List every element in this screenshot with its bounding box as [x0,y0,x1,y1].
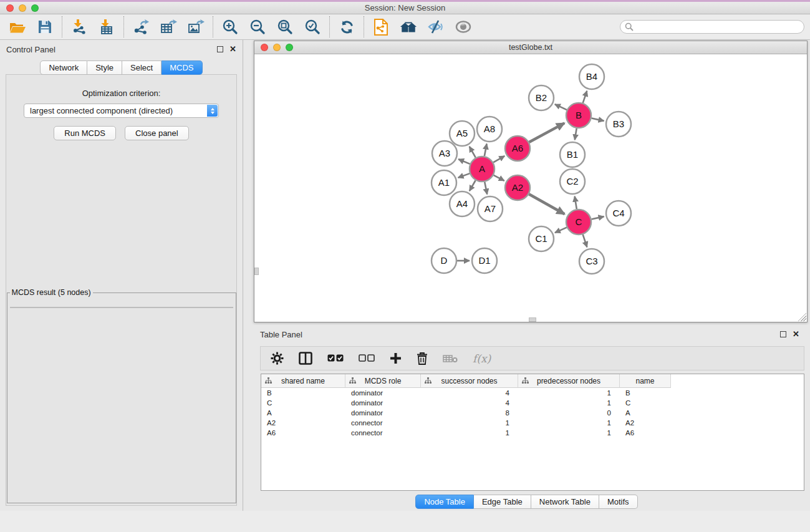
graph-node-A4[interactable]: A4 [450,191,475,216]
select-all-checkboxes-icon[interactable] [327,354,344,362]
network-resize-grip[interactable] [798,312,806,321]
table-row[interactable]: A2connector11A2 [261,418,804,428]
graph-node-B3[interactable]: B3 [606,112,631,137]
open-session-icon[interactable] [9,18,26,36]
delete-columns-icon[interactable] [417,352,428,365]
table-cell[interactable]: 1 [421,418,518,428]
graph-edge-A-A6[interactable] [493,156,504,162]
table-cell[interactable]: A2 [620,418,671,428]
table-cell[interactable]: C [261,398,345,408]
table-cell[interactable]: 4 [421,388,518,398]
table-cell[interactable]: 1 [518,418,620,428]
table-close-panel-icon[interactable]: ✕ [793,331,799,337]
save-session-icon[interactable] [36,18,54,36]
show-graphics-details-icon[interactable] [455,18,472,36]
table-cell[interactable]: 1 [421,428,518,438]
tab-style[interactable]: Style [87,60,122,75]
run-mcds-button[interactable]: Run MCDS [54,126,116,140]
zoom-selected-icon[interactable] [304,18,321,36]
graph-node-B[interactable]: B [566,103,591,128]
table-cell[interactable]: C [620,398,671,408]
float-panel-icon[interactable] [217,46,223,52]
graph-node-B2[interactable]: B2 [529,85,554,110]
close-panel-button[interactable]: Close panel [125,126,189,140]
table-cell[interactable]: A6 [261,428,345,438]
network-horizontal-scroll-thumb[interactable] [529,317,536,322]
table-cell[interactable]: 0 [518,408,620,418]
graph-edge-A6-B[interactable] [529,123,564,142]
table-cell[interactable]: 1 [518,398,620,408]
home-pages-icon[interactable] [400,18,417,36]
close-panel-icon[interactable]: ✕ [229,46,236,52]
graph-node-A8[interactable]: A8 [477,117,502,142]
table-row[interactable]: Bdominator41B [261,388,804,398]
column-header-name[interactable]: name [620,374,671,388]
table-cell[interactable]: A [261,408,345,418]
table-float-panel-icon[interactable] [780,331,786,337]
graph-node-B1[interactable]: B1 [560,142,585,167]
graph-edge-A-A4[interactable] [470,180,476,191]
table-cell[interactable]: dominator [345,388,421,398]
table-cell[interactable]: B [261,388,345,398]
graph-node-C[interactable]: C [566,210,591,235]
table-tab-motifs[interactable]: Motifs [599,495,638,509]
table-cell[interactable]: 1 [518,388,620,398]
table-cell[interactable]: dominator [345,408,421,418]
table-tab-network-table[interactable]: Network Table [531,495,599,509]
table-cell[interactable]: A2 [261,418,345,428]
mcds-result-item[interactable]: A2 [11,307,233,308]
table-tab-edge-table[interactable]: Edge Table [474,495,531,509]
network-window-titlebar[interactable]: testGlobe.txt [254,41,807,54]
tab-network[interactable]: Network [40,60,87,75]
network-vertical-scroll-thumb[interactable] [254,268,259,275]
graph-edge-B-B3[interactable] [592,118,604,120]
table-cell[interactable]: 1 [518,428,620,438]
export-network-icon[interactable] [132,18,150,36]
graph-node-A[interactable]: A [470,157,494,181]
zoom-out-icon[interactable] [249,18,266,36]
graph-node-C3[interactable]: C3 [579,249,604,274]
graph-edge-A-A7[interactable] [485,182,487,195]
table-row[interactable]: A6connector11A6 [261,428,804,438]
graph-node-B4[interactable]: B4 [579,64,604,89]
graph-edge-C-C3[interactable] [583,235,587,247]
graph-edge-A2-C[interactable] [529,194,564,214]
table-cell[interactable]: 8 [421,408,518,418]
table-cell[interactable]: connector [345,418,421,428]
graph-edge-B-B2[interactable] [555,104,567,110]
criterion-select[interactable]: largest connected component (directed) [24,104,219,118]
graph-node-C1[interactable]: C1 [529,226,554,251]
zoom-in-icon[interactable] [221,18,239,36]
table-cell[interactable]: connector [345,428,421,438]
graph-edge-C-C1[interactable] [555,228,567,233]
column-header-predecessor-nodes[interactable]: predecessor nodes [518,374,620,388]
graph-edge-A-A2[interactable] [494,175,504,181]
graph-node-A2[interactable]: A2 [505,175,530,200]
table-cell[interactable]: dominator [345,398,421,408]
graph-edge-C-C4[interactable] [592,216,604,219]
graph-edge-B-B4[interactable] [583,91,587,103]
graph-edge-A-A1[interactable] [458,173,470,178]
tab-select[interactable]: Select [122,60,162,75]
network-graph[interactable]: B4B2BB3A5A8A6A3AB1A1A2C2A4A7C4C1CDD1C3 [254,54,807,322]
delete-table-icon[interactable] [443,354,458,363]
graph-edge-A-A5[interactable] [470,147,476,158]
table-tab-node-table[interactable]: Node Table [415,495,474,509]
graph-edge-B-B1[interactable] [575,128,577,140]
graph-node-A7[interactable]: A7 [478,196,503,221]
column-header-MCDS-role[interactable]: MCDS role [345,374,421,388]
table-row[interactable]: Cdominator41C [261,398,804,408]
show-column-icon[interactable] [299,352,312,365]
graph-edge-A-A3[interactable] [458,159,470,164]
graph-node-A1[interactable]: A1 [432,170,456,195]
graph-edge-A-A8[interactable] [485,144,487,157]
table-cell[interactable]: 4 [421,398,518,408]
graph-node-C4[interactable]: C4 [606,201,631,226]
zoom-fit-icon[interactable] [276,18,294,36]
network-document-icon[interactable] [372,18,390,36]
table-options-gear-icon[interactable] [271,352,284,365]
graph-edge-C-C2[interactable] [575,196,577,210]
deselect-all-checkboxes-icon[interactable] [359,354,375,362]
function-builder-icon[interactable]: f(x) [473,352,491,365]
export-table-icon[interactable] [160,18,177,36]
